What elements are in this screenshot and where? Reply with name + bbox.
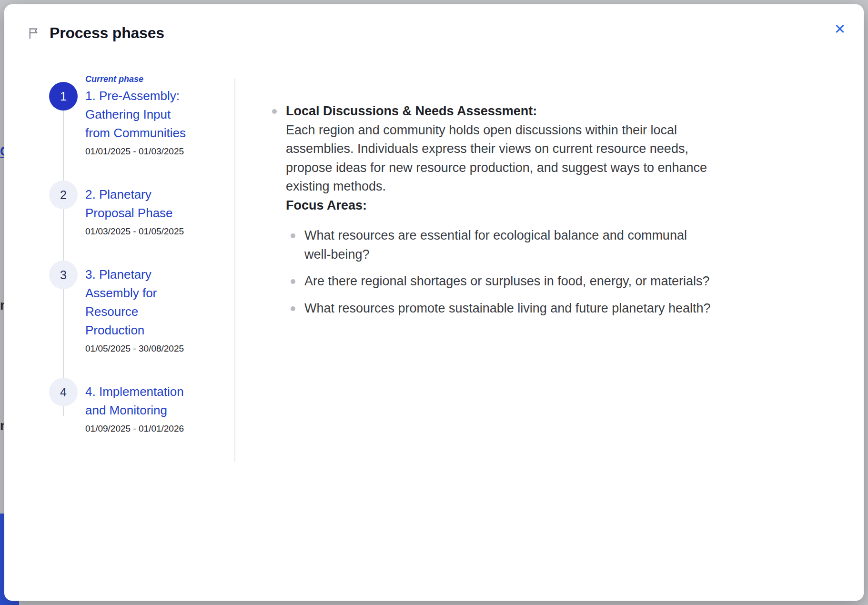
focus-bullet-text: What resources promote sustainable livin… — [304, 299, 715, 318]
bullet-icon — [291, 279, 295, 284]
phase-item-3: 3 3. Planetary Assembly for Resource Pro… — [49, 265, 197, 354]
phase-number-badge: 1 — [49, 82, 78, 111]
phase-item-2: 2 2. Planetary Proposal Phase 01/03/2025… — [49, 185, 197, 237]
bullet-icon — [272, 109, 277, 114]
close-button[interactable]: ✕ — [832, 20, 848, 38]
phase-number-badge: 4 — [49, 378, 78, 406]
phase-dates: 01/05/2025 - 30/08/2025 — [85, 343, 194, 354]
focus-areas-label: Focus Areas: — [286, 196, 719, 215]
section-heading: Local Discussions & Needs Assessment: — [286, 102, 719, 121]
bullet-icon — [291, 306, 295, 311]
current-phase-label: Current phase — [85, 73, 194, 87]
flag-icon — [27, 27, 40, 40]
phase-stepper: 1 Current phase 1. Pre-Assembly: Gatheri… — [49, 73, 197, 463]
phase-item-1: 1 Current phase 1. Pre-Assembly: Gatheri… — [49, 73, 197, 157]
process-phases-modal: Process phases ✕ 1 Current phase 1. Pre-… — [4, 4, 864, 601]
bullet-icon — [291, 233, 295, 238]
focus-bullet-item: Are there regional shortages or surpluse… — [286, 272, 719, 291]
phase-details: Local Discussions & Needs Assessment: Ea… — [267, 102, 725, 326]
phase-number-badge: 2 — [49, 181, 78, 209]
focus-bullet-item: What resources promote sustainable livin… — [286, 299, 719, 318]
focus-areas-list: What resources are essential for ecologi… — [286, 226, 719, 318]
phase-dates: 01/09/2025 - 01/01/2026 — [85, 424, 194, 434]
phase-title-link[interactable]: 4. Implementation and Monitoring — [85, 383, 194, 420]
details-bullet-item: Local Discussions & Needs Assessment: Ea… — [267, 102, 725, 326]
phase-title-link[interactable]: 1. Pre-Assembly: Gathering Input from Co… — [85, 87, 194, 142]
modal-title: Process phases — [50, 24, 164, 42]
focus-bullet-text: What resources are essential for ecologi… — [304, 226, 715, 264]
modal-header: Process phases — [27, 24, 816, 42]
phase-item-4: 4 4. Implementation and Monitoring 01/09… — [49, 383, 197, 434]
focus-bullet-item: What resources are essential for ecologi… — [286, 226, 719, 264]
phase-dates: 01/03/2025 - 01/05/2025 — [85, 226, 194, 237]
phase-number-badge: 3 — [49, 261, 78, 289]
focus-bullet-text: Are there regional shortages or surpluse… — [304, 272, 715, 291]
phase-dates: 01/01/2025 - 01/03/2025 — [85, 146, 194, 157]
vertical-divider — [234, 79, 235, 462]
phase-title-link[interactable]: 2. Planetary Proposal Phase — [85, 185, 194, 222]
phase-title-link[interactable]: 3. Planetary Assembly for Resource Produ… — [85, 265, 194, 340]
section-body: Each region and community holds open dis… — [286, 121, 719, 196]
